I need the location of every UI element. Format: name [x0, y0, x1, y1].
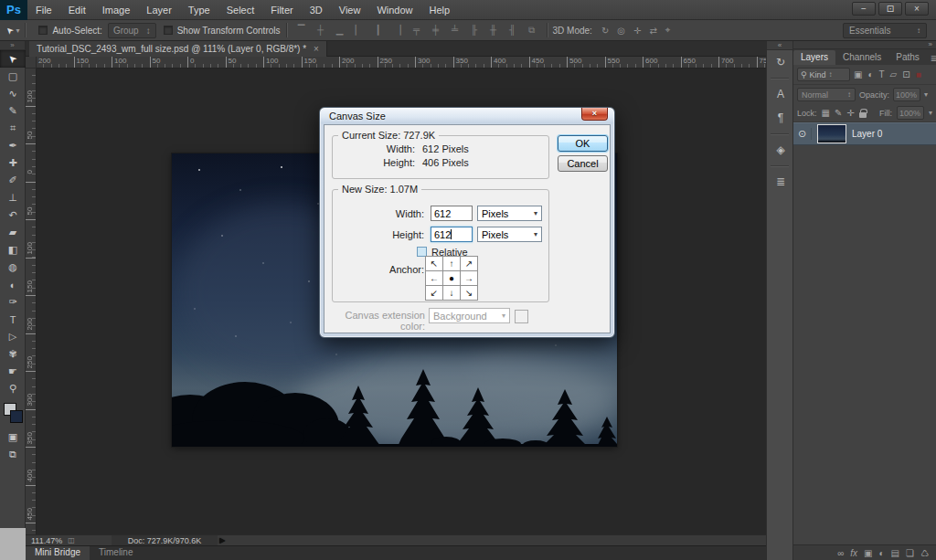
opacity-value[interactable]: 100%	[893, 88, 920, 101]
history-panel-icon[interactable]: ↻	[767, 50, 794, 74]
lock-all-icon[interactable]	[859, 112, 867, 118]
new-height-input[interactable]: 612	[431, 227, 473, 242]
align-icon[interactable]: ╧	[450, 25, 461, 36]
align-icon[interactable]: ╟	[469, 25, 480, 36]
group-dropdown[interactable]: Group ↕	[108, 23, 156, 38]
filter-type-icon[interactable]: ⊡	[902, 69, 909, 79]
paragraph-panel-icon[interactable]: ¶	[767, 106, 794, 130]
pen-tool[interactable]: ✑	[0, 293, 26, 311]
menu-item[interactable]: Edit	[60, 0, 94, 20]
character-panel-icon[interactable]: A	[767, 82, 794, 106]
move-tool[interactable]: ➤	[0, 50, 26, 68]
menu-item[interactable]: Select	[218, 0, 263, 20]
anchor-cell[interactable]: ↗	[461, 257, 478, 271]
fill-value[interactable]: 100%	[897, 106, 924, 120]
tab-channels[interactable]: Channels	[835, 50, 888, 65]
workspace-switcher[interactable]: Essentials ↕	[843, 23, 927, 38]
tab-timeline[interactable]: Timeline	[90, 546, 142, 560]
anchor-cell[interactable]: ↙	[426, 286, 443, 301]
tab-mini-bridge[interactable]: Mini Bridge	[26, 546, 90, 560]
anchor-cell[interactable]: ↑	[443, 257, 461, 271]
blur-tool[interactable]: ◍	[0, 259, 26, 276]
3d-mode-icon[interactable]: ⇄	[649, 26, 656, 36]
screen-mode-button[interactable]: ⧉	[0, 446, 26, 463]
history-brush-tool[interactable]: ↶	[0, 206, 26, 224]
zoom-tool[interactable]: ⚲	[0, 380, 26, 397]
panel-menu-icon[interactable]: ≣	[927, 54, 936, 65]
close-button[interactable]: ×	[905, 2, 929, 16]
layer-row-selected[interactable]: ⊙ Layer 0	[793, 122, 936, 145]
anchor-cell[interactable]: ←	[426, 271, 443, 286]
layer-name[interactable]: Layer 0	[852, 129, 882, 139]
panel-collapse-icon[interactable]: »	[793, 41, 936, 49]
clone-stamp-tool[interactable]: ⊥	[0, 189, 26, 206]
align-icon[interactable]: ▏	[354, 25, 365, 36]
layer-mask-icon[interactable]: ▣	[864, 548, 872, 558]
3d-mode-icon[interactable]: ◎	[617, 26, 625, 36]
layer-style-fx-icon[interactable]: fx	[850, 548, 857, 558]
menu-item[interactable]: Type	[180, 0, 218, 20]
dock-collapse-icon[interactable]: «	[767, 41, 792, 50]
menu-item[interactable]: Image	[94, 0, 139, 20]
lock-position-icon[interactable]: ✛	[846, 108, 854, 118]
menu-item[interactable]: Window	[368, 0, 420, 20]
anchor-cell[interactable]: ●	[443, 271, 461, 286]
dodge-tool[interactable]: ◐	[0, 276, 26, 293]
healing-brush-tool[interactable]: ✚	[0, 154, 26, 172]
filter-type-icon[interactable]: T	[879, 69, 885, 79]
eraser-tool[interactable]: ▰	[0, 224, 26, 241]
quick-selection-tool[interactable]: ✎	[0, 102, 26, 120]
background-color-swatch[interactable]	[10, 410, 23, 423]
new-width-input[interactable]	[431, 206, 473, 221]
lock-transparency-icon[interactable]: ▦	[822, 108, 830, 118]
eyedropper-tool[interactable]: ✒	[0, 137, 26, 154]
status-flyout-icon[interactable]: ▶	[219, 536, 225, 544]
kind-filter-dropdown[interactable]: ⚲ Kind ↕	[797, 68, 850, 81]
zoom-percentage[interactable]: 111.47%	[31, 536, 62, 545]
crop-tool[interactable]: ⌗	[0, 120, 26, 137]
link-layers-icon[interactable]: ∞	[837, 548, 844, 558]
anchor-cell[interactable]: ↘	[461, 286, 478, 301]
hand-tool[interactable]: ☛	[0, 363, 26, 380]
auto-select-checkbox[interactable]	[38, 26, 48, 35]
menu-item[interactable]: View	[331, 0, 369, 20]
3d-panel-icon[interactable]: ◈	[767, 138, 794, 162]
quick-mask-button[interactable]: ▣	[0, 428, 26, 446]
layer-thumbnail[interactable]	[817, 124, 846, 143]
marquee-tool[interactable]: ▢	[0, 68, 26, 85]
3d-mode-icon[interactable]: ✛	[633, 26, 641, 36]
blend-mode-dropdown[interactable]: Normal ↕	[797, 88, 856, 101]
toolbar-collapse-icon[interactable]: »	[0, 41, 25, 50]
custom-shape-tool[interactable]: ✾	[0, 345, 26, 363]
brush-tool[interactable]: ✐	[0, 172, 26, 189]
tab-paths[interactable]: Paths	[888, 50, 927, 65]
align-icon[interactable]: ╢	[507, 25, 518, 36]
path-selection-tool[interactable]: ▷	[0, 328, 26, 345]
dialog-close-button[interactable]: ×	[581, 108, 608, 121]
filter-type-icon[interactable]: ■	[916, 69, 921, 79]
type-tool[interactable]: T	[0, 311, 26, 328]
delete-layer-icon[interactable]: ♺	[920, 548, 929, 558]
ok-button[interactable]: OK	[558, 135, 608, 152]
anchor-cell[interactable]: ↖	[426, 257, 443, 271]
align-icon[interactable]: ▕	[392, 25, 403, 36]
properties-panel-icon[interactable]: ≣	[767, 170, 794, 194]
lock-pixels-icon[interactable]: ✎	[835, 108, 842, 118]
menu-item[interactable]: Layer	[138, 0, 180, 20]
align-icon[interactable]: ╫	[488, 25, 499, 36]
visibility-eye-icon[interactable]: ⊙	[793, 128, 812, 140]
restore-button[interactable]: ⊡	[878, 2, 902, 16]
menu-item[interactable]: 3D	[302, 0, 331, 20]
align-icon[interactable]: ▁	[335, 25, 346, 36]
show-transform-checkbox[interactable]	[164, 26, 173, 35]
gradient-tool[interactable]: ◧	[0, 241, 26, 259]
align-icon[interactable]: ┼	[315, 25, 326, 36]
status-menu-icon[interactable]: ◫	[68, 536, 75, 544]
filter-type-icon[interactable]: ▣	[854, 69, 862, 79]
adjustment-layer-icon[interactable]: ◐	[879, 548, 885, 558]
filter-type-icon[interactable]: ▱	[890, 69, 898, 79]
align-icon[interactable]: ┃	[373, 25, 384, 36]
width-unit-dropdown[interactable]: Pixels ▾	[477, 206, 542, 221]
anchor-cell[interactable]: →	[461, 271, 478, 286]
anchor-cell[interactable]: ↓	[443, 286, 461, 301]
